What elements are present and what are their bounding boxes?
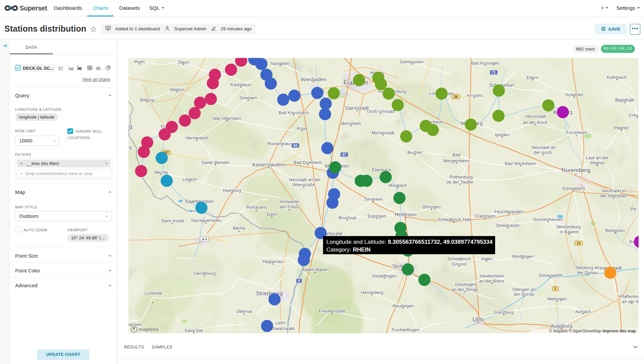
svg-text:Weißenburg: Weißenburg [556,224,581,229]
svg-text:Trochtelfingen: Trochtelfingen [391,327,419,332]
svg-text:Lunéville: Lunéville [144,291,162,296]
svg-text:Sarreguemines: Sarreguemines [191,218,221,223]
svg-text:Lauf an der: Lauf an der [586,155,609,160]
svg-text:Höchstadt: Höchstadt [526,114,546,119]
svg-text:Pirmasens: Pirmasens [246,205,267,210]
svg-text:an der Ilm: an der Ilm [622,299,639,304]
svg-text:der Oberpfalz: der Oberpfalz [600,193,627,198]
svg-text:Heidenheim: Heidenheim [480,273,504,278]
svg-text:Obernai: Obernai [236,309,252,314]
svg-text:Bitche: Bitche [233,226,246,231]
svg-text:am Trifels: am Trifels [280,204,299,209]
svg-text:Nuremberg: Nuremberg [561,167,590,173]
svg-text:Rothenburg: Rothenburg [450,174,473,179]
svg-text:rg: rg [128,124,132,129]
svg-text:Saint-Avold: Saint-Avold [161,218,184,223]
svg-text:Schwäbisch: Schwäbisch [447,256,471,261]
svg-text:67: 67 [342,153,346,157]
svg-text:Haguenau: Haguenau [263,259,283,264]
svg-text:Neustadt an: Neustadt an [532,145,555,150]
svg-text:2: 2 [554,287,556,291]
svg-text:Neuburg an: Neuburg an [576,265,600,270]
svg-text:A 4: A 4 [202,237,207,241]
svg-text:Heilbronn: Heilbronn [394,211,416,217]
svg-text:13: 13 [577,241,581,245]
svg-text:5: 5 [298,279,300,283]
svg-text:Kaiserslautern: Kaiserslautern [252,162,285,167]
svg-text:rg: rg [128,145,132,150]
svg-text:Pegnitz: Pegnitz [590,160,605,165]
svg-text:Neumarkt in: Neumarkt in [602,188,625,193]
svg-text:Dillingen an: Dillingen an [512,287,536,292]
svg-text:Forchheim: Forchheim [566,130,587,135]
svg-text:Bad: Bad [452,152,460,157]
svg-text:26: 26 [454,95,458,99]
svg-text:71: 71 [492,71,496,74]
svg-text:Geislingen: Geislingen [455,282,476,287]
svg-text:Baden-Baden: Baden-Baden [302,267,329,272]
svg-text:Darmstadt: Darmstadt [345,105,369,111]
svg-text:63: 63 [293,144,297,147]
svg-text:mapbox: mapbox [138,326,159,332]
svg-text:© Mapbox © OpenStreetMap Impro: © Mapbox © OpenStreetMap Improve this ma… [549,329,636,333]
svg-text:Sarrebourg: Sarrebourg [193,271,216,276]
svg-text:Lahr/: Lahr/ [276,320,286,325]
svg-text:Annweiler: Annweiler [280,199,300,204]
svg-text:Ulm: Ulm [473,316,483,323]
svg-text:Neustadt an der: Neustadt an der [289,177,321,182]
svg-text:Pfaffenhofen: Pfaffenhofen [620,294,639,299]
svg-text:Dahn: Dahn [267,212,277,217]
svg-text:Pa: Pa [631,206,636,211]
svg-text:in Bayern: in Bayern [560,229,579,234]
svg-text:Eberbach: Eberbach [372,167,391,172]
